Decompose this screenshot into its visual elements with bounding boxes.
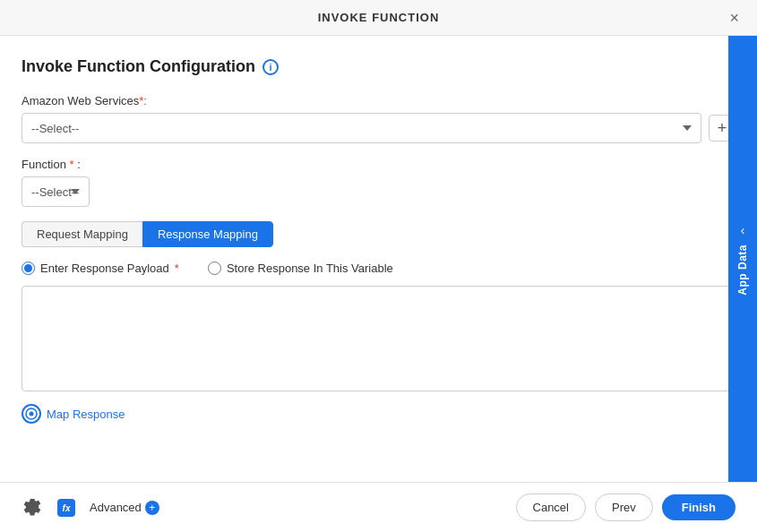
- app-data-label: App Data: [736, 245, 749, 296]
- response-textarea[interactable]: [22, 286, 735, 391]
- config-title-row: Invoke Function Configuration i: [22, 57, 735, 76]
- config-title-text: Invoke Function Configuration: [22, 57, 255, 76]
- map-circle-svg: [25, 408, 38, 420]
- cancel-button[interactable]: Cancel: [516, 493, 586, 521]
- tab-response-mapping[interactable]: Response Mapping: [142, 221, 273, 247]
- svg-text:fx: fx: [63, 503, 71, 513]
- gear-icon: [23, 499, 41, 517]
- radio-enter-payload-input[interactable]: [22, 262, 35, 275]
- fx-button[interactable]: fx: [54, 495, 79, 520]
- aws-form-group: Amazon Web Services*: --Select-- +: [22, 94, 735, 143]
- fx-icon: fx: [56, 497, 77, 519]
- svg-point-1: [30, 412, 34, 416]
- modal-footer: fx Advanced + Cancel Prev Finish: [0, 482, 757, 532]
- tab-request-mapping[interactable]: Request Mapping: [22, 221, 142, 247]
- map-response-icon: [22, 404, 41, 424]
- finish-button[interactable]: Finish: [662, 494, 735, 520]
- aws-label: Amazon Web Services*:: [22, 94, 735, 107]
- radio-group: Enter Response Payload* Store Response I…: [22, 262, 735, 275]
- modal-title: INVOKE FUNCTION: [318, 11, 440, 24]
- advanced-label: Advanced: [90, 501, 142, 514]
- tab-bar: Request Mapping Response Mapping: [22, 221, 735, 247]
- modal-header: INVOKE FUNCTION ×: [0, 0, 757, 36]
- function-label: Function * :: [22, 158, 735, 171]
- advanced-button[interactable]: Advanced +: [90, 501, 159, 515]
- map-response-label: Map Response: [47, 408, 125, 421]
- info-icon[interactable]: i: [262, 59, 279, 75]
- footer-left: fx Advanced +: [22, 495, 507, 520]
- aws-select-row: --Select-- +: [22, 113, 735, 143]
- prev-button[interactable]: Prev: [595, 493, 653, 521]
- radio-enter-payload[interactable]: Enter Response Payload*: [22, 262, 179, 275]
- side-chevron-icon: ‹: [741, 223, 745, 237]
- app-data-panel[interactable]: ‹ App Data: [728, 36, 757, 482]
- function-select[interactable]: --Select--: [22, 176, 90, 207]
- map-response-button[interactable]: Map Response: [22, 404, 125, 424]
- modal-body: Invoke Function Configuration i Amazon W…: [0, 36, 757, 482]
- advanced-plus-icon: +: [145, 501, 159, 515]
- close-button[interactable]: ×: [724, 8, 744, 28]
- function-form-group: Function * : --Select--: [22, 158, 735, 207]
- radio-store-variable-input[interactable]: [208, 262, 221, 275]
- aws-select[interactable]: --Select--: [22, 113, 701, 143]
- gear-button[interactable]: [22, 497, 43, 519]
- radio-store-variable[interactable]: Store Response In This Variable: [208, 262, 393, 275]
- modal: INVOKE FUNCTION × Invoke Function Config…: [0, 0, 757, 532]
